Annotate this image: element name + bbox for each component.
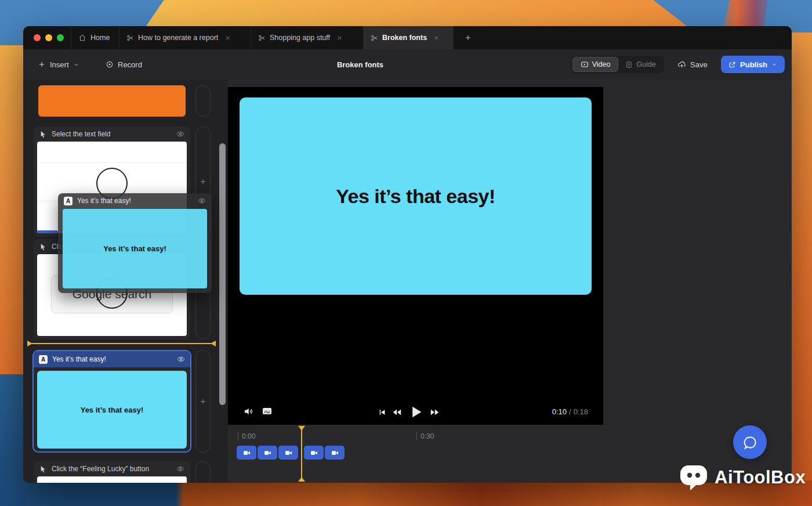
insert-label: Insert xyxy=(50,60,69,69)
scissors-icon xyxy=(126,34,134,42)
current-time: 0:10 xyxy=(552,407,567,416)
tab-home[interactable]: Home xyxy=(71,26,119,49)
captions-icon[interactable] xyxy=(262,406,273,417)
step-label: Select the text field xyxy=(52,130,172,138)
scissors-icon xyxy=(258,34,266,42)
app-window: Home How to generate a report Shopping a… xyxy=(23,26,792,483)
tab-how-to-generate-a-report[interactable]: How to generate a report xyxy=(119,26,251,49)
timeline-clip[interactable] xyxy=(278,446,298,460)
cursor-icon xyxy=(39,243,47,251)
step-label: Click the “Feeling Lucky” button xyxy=(52,465,172,473)
camera-icon xyxy=(285,449,292,457)
new-tab-button[interactable] xyxy=(456,26,480,49)
play-button[interactable] xyxy=(408,404,424,420)
robot-icon xyxy=(679,464,709,491)
traffic-light-minimize[interactable] xyxy=(45,34,52,41)
insert-button[interactable]: Insert xyxy=(38,49,79,79)
rewind-icon[interactable] xyxy=(392,407,402,417)
record-label: Record xyxy=(118,60,142,69)
publish-icon xyxy=(728,61,736,68)
chevron-down-icon xyxy=(73,62,79,68)
timeline-clip[interactable] xyxy=(237,446,256,460)
timeline-tick-30: 0:30 xyxy=(416,432,434,440)
step-thumbnail: Yes it’s that easy! xyxy=(37,371,187,449)
video-label: Video xyxy=(592,60,611,68)
camera-icon xyxy=(264,449,271,457)
plus-icon xyxy=(464,34,472,42)
volume-icon[interactable] xyxy=(243,406,253,417)
tick-label: 0:30 xyxy=(420,432,434,440)
tab-broken-fonts[interactable]: Broken fonts xyxy=(364,26,454,49)
tab-label: Home xyxy=(90,34,110,42)
video-preview: Yes it’s that easy! 0:10 / 0:18 xyxy=(228,87,603,425)
close-tab-icon[interactable] xyxy=(336,35,343,41)
guide-mode-button[interactable]: Guide xyxy=(618,57,663,72)
chevron-down-icon xyxy=(771,62,777,67)
tab-label: Shopping app stuff xyxy=(270,34,330,42)
save-label: Save xyxy=(690,60,708,69)
save-cloud-icon xyxy=(677,60,686,69)
eye-icon[interactable] xyxy=(176,130,184,138)
camera-icon xyxy=(243,449,251,457)
text-element-icon: A xyxy=(39,355,48,364)
wallpaper-shape xyxy=(789,32,812,506)
drop-indicator xyxy=(27,343,216,344)
view-mode-toggle: Video Guide xyxy=(571,56,664,73)
home-icon xyxy=(78,34,86,42)
insert-step-slot[interactable] xyxy=(195,85,211,117)
guide-label: Guide xyxy=(636,60,655,68)
tab-label: Broken fonts xyxy=(382,34,427,42)
step-label: Yes it’s that easy! xyxy=(52,355,172,363)
video-icon xyxy=(581,60,589,68)
slide-text: Yes it’s that easy! xyxy=(336,185,495,208)
page-title: Broken fonts xyxy=(337,49,383,79)
eye-icon[interactable] xyxy=(177,355,185,363)
timeline-clip[interactable] xyxy=(325,446,345,460)
tab-bar: Home How to generate a report Shopping a… xyxy=(23,26,792,49)
tab-shopping-app-stuff[interactable]: Shopping app stuff xyxy=(251,26,364,49)
thumbnail-text: Yes it’s that easy! xyxy=(37,371,187,449)
toolbar: Insert Record Broken fonts Video Guide xyxy=(23,49,792,79)
dragged-step-card[interactable]: A Yes it’s that easy! Yes it’s that easy… xyxy=(58,193,212,293)
camera-icon xyxy=(331,449,339,457)
cursor-icon xyxy=(39,131,47,138)
publish-button[interactable]: Publish xyxy=(721,56,785,73)
eye-icon[interactable] xyxy=(176,465,184,473)
help-chat-button[interactable] xyxy=(733,425,767,459)
insert-step-slot[interactable] xyxy=(195,461,211,483)
plus-icon xyxy=(38,60,46,68)
thumbnail-text: Yes it’s that easy! xyxy=(63,209,207,288)
record-button[interactable]: Record xyxy=(106,49,142,79)
step-thumbnail: Yes it’s that easy! xyxy=(63,209,207,288)
step-card-yes-its-that-easy-selected[interactable]: A Yes it’s that easy! Yes it’s that easy… xyxy=(32,350,191,453)
skip-start-icon[interactable] xyxy=(378,408,386,417)
watermark-brand: AiToolBox xyxy=(715,467,806,488)
fast-forward-icon[interactable] xyxy=(430,407,440,417)
close-tab-icon[interactable] xyxy=(224,35,231,41)
step-label: Yes it’s that easy! xyxy=(77,197,193,205)
traffic-light-zoom[interactable] xyxy=(57,34,64,41)
tab-label: How to generate a report xyxy=(138,34,218,42)
thumbnail-blue-bar xyxy=(37,230,58,233)
sidebar-scrollbar[interactable] xyxy=(219,143,226,405)
timeline-clip[interactable] xyxy=(258,446,277,460)
traffic-light-close[interactable] xyxy=(34,34,41,41)
desktop: Home How to generate a report Shopping a… xyxy=(0,0,812,506)
camera-icon xyxy=(310,449,318,457)
insert-step-slot[interactable] xyxy=(195,350,211,453)
watermark: AiToolBox xyxy=(679,464,806,491)
step-thumbnail-orange[interactable] xyxy=(38,85,186,117)
timeline-tick-0: 0:00 xyxy=(238,432,255,440)
close-tab-icon[interactable] xyxy=(433,35,440,41)
video-mode-button[interactable]: Video xyxy=(572,57,618,72)
guide-icon xyxy=(625,61,633,68)
time-display: 0:10 / 0:18 xyxy=(552,407,588,416)
plus-icon xyxy=(199,178,207,186)
timeline-clip[interactable] xyxy=(304,446,324,460)
text-element-icon: A xyxy=(64,197,72,205)
save-button[interactable]: Save xyxy=(677,49,708,79)
step-card-feeling-lucky[interactable]: Click the “Feeling Lucky” button xyxy=(34,461,190,483)
plus-icon xyxy=(199,397,207,406)
playhead[interactable] xyxy=(298,426,305,482)
record-icon xyxy=(106,60,114,68)
